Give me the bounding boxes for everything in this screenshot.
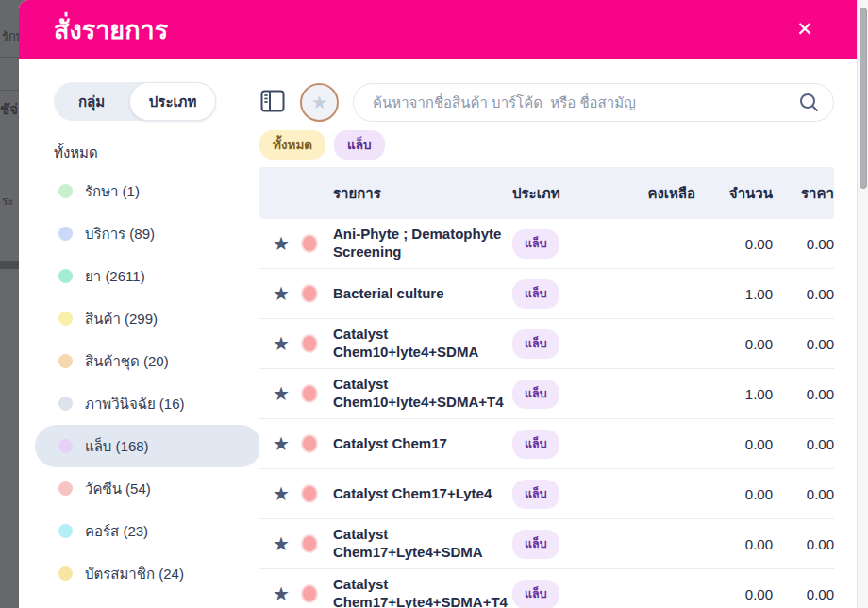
item-price: 0.00 — [773, 236, 834, 252]
item-qty: 0.00 — [695, 536, 773, 552]
item-price: 0.00 — [773, 436, 834, 452]
table-row[interactable]: ★ Catalyst Chem10+lyte4+SDMA+T4 แล็บ 1.0… — [259, 369, 834, 419]
col-header-qty: จำนวน — [695, 182, 773, 205]
items-panel: ★ ทั้งหมด แล็บ — [259, 82, 857, 608]
modal-body: กลุ่ม ประเภท ทั้งหมด รักษา (1) บริการ (8… — [19, 59, 857, 608]
item-type-badge: แล็บ — [512, 580, 559, 608]
table-row[interactable]: ★ Catalyst Chem10+lyte4+SDMA แล็บ 0.00 0… — [259, 319, 834, 369]
item-qty: 0.00 — [695, 236, 773, 252]
item-qty: 0.00 — [695, 436, 773, 452]
item-type-badge: แล็บ — [512, 480, 559, 509]
background-section-band — [0, 261, 19, 269]
item-price: 0.00 — [773, 536, 834, 552]
item-name: Catalyst Chem17 — [333, 435, 512, 453]
search-input[interactable] — [353, 83, 834, 122]
category-list-item[interactable]: บริการ (89) — [35, 212, 261, 255]
items-table: รายการ ประเภท คงเหลือ จำนวน ราคา ★ Ani-P… — [259, 167, 834, 608]
category-list-item[interactable]: รักษา (1) — [35, 170, 261, 212]
category-label: สินค้า (299) — [85, 308, 158, 330]
favorite-star-icon[interactable]: ★ — [259, 334, 303, 353]
modal-header: สั่งรายการ ✕ — [19, 0, 857, 59]
search-bar — [353, 83, 834, 122]
item-type-badge: แล็บ — [512, 530, 559, 559]
table-row[interactable]: ★ Bacterial culture แล็บ 1.00 0.00 — [259, 269, 834, 319]
sidebar-layout-icon — [259, 88, 286, 117]
favorite-star-icon[interactable]: ★ — [259, 584, 303, 603]
favorite-star-icon[interactable]: ★ — [259, 384, 303, 403]
category-label: ยา (2611) — [85, 265, 145, 288]
group-type-toggle: กลุ่ม ประเภท — [54, 82, 216, 121]
item-color-dot — [303, 336, 316, 351]
category-label: คอร์ส (23) — [85, 520, 148, 543]
table-row[interactable]: ★ Ani-Phyte ; Dematophyte Screening แล็บ… — [259, 219, 834, 269]
category-list: รักษา (1) บริการ (89) ยา (2611) สินค้า (… — [35, 170, 261, 595]
filter-chips: ทั้งหมด แล็บ — [259, 130, 834, 160]
vertical-scrollbar[interactable] — [857, 0, 868, 608]
favorite-star-icon[interactable]: ★ — [259, 434, 303, 453]
item-qty: 0.00 — [695, 586, 773, 602]
item-name: Catalyst Chem17+Lyte4 — [333, 485, 512, 503]
category-color-dot — [58, 184, 73, 198]
table-body: ★ Ani-Phyte ; Dematophyte Screening แล็บ… — [259, 219, 834, 608]
item-qty: 0.00 — [695, 486, 773, 502]
favorite-star-icon[interactable]: ★ — [259, 534, 303, 553]
category-color-dot — [58, 269, 73, 283]
category-color-dot — [58, 481, 73, 496]
item-price: 0.00 — [773, 386, 834, 402]
table-row[interactable]: ★ Catalyst Chem17+Lyte4 แล็บ 0.00 0.00 — [259, 469, 834, 519]
item-color-dot — [303, 486, 316, 501]
category-color-dot — [58, 439, 73, 453]
category-list-item[interactable]: วัคซีน (54) — [35, 467, 261, 510]
item-type-badge: แล็บ — [512, 229, 559, 259]
category-label: บริการ (89) — [85, 223, 155, 245]
filter-chip[interactable]: แล็บ — [334, 130, 385, 160]
search-icon[interactable] — [798, 92, 820, 117]
item-color-dot — [303, 586, 316, 601]
item-name: Catalyst Chem17+Lyte4+SDMA+T4 — [333, 576, 512, 608]
table-row[interactable]: ★ Catalyst Chem17 แล็บ 0.00 0.00 — [259, 419, 834, 469]
item-qty: 1.00 — [695, 286, 773, 302]
close-icon[interactable]: ✕ — [791, 15, 819, 43]
item-type-badge: แล็บ — [512, 380, 559, 409]
toggle-group-option[interactable]: กลุ่ม — [54, 82, 129, 121]
item-name: Bacterial culture — [333, 285, 512, 303]
item-price: 0.00 — [773, 586, 834, 602]
category-color-dot — [58, 524, 73, 538]
item-type-badge: แล็บ — [512, 279, 559, 309]
table-header-row: รายการ ประเภท คงเหลือ จำนวน ราคา — [259, 167, 834, 219]
item-name: Catalyst Chem10+lyte4+SDMA — [333, 326, 512, 362]
star-icon: ★ — [311, 92, 327, 113]
category-color-dot — [58, 397, 73, 411]
background-text-fragment: ชัจ่ — [0, 98, 18, 121]
background-divider — [0, 90, 19, 91]
col-header-remaining: คงเหลือ — [609, 182, 695, 205]
category-list-item[interactable]: สินค้าชุด (20) — [35, 340, 261, 382]
modal-title: สั่งรายการ — [54, 9, 168, 50]
scrollbar-thumb[interactable] — [860, 8, 867, 189]
item-color-dot — [303, 386, 316, 401]
category-label: วัคซีน (54) — [85, 478, 151, 500]
table-row[interactable]: ★ Catalyst Chem17+Lyte4+SDMA แล็บ 0.00 0… — [259, 519, 834, 569]
layout-view-button[interactable] — [259, 88, 286, 117]
background-text-fragment: ระ — [2, 192, 14, 210]
category-list-item[interactable]: บัตรสมาชิก (24) — [35, 552, 261, 595]
category-color-dot — [58, 312, 73, 326]
category-list-item[interactable]: ยา (2611) — [35, 255, 261, 297]
col-header-item: รายการ — [333, 182, 512, 205]
category-color-dot — [58, 227, 73, 241]
category-list-item[interactable]: สินค้า (299) — [35, 297, 261, 340]
favorite-star-icon[interactable]: ★ — [259, 284, 303, 303]
category-list-item[interactable]: ภาพวินิจฉัย (16) — [35, 382, 261, 425]
toggle-type-option[interactable]: ประเภท — [129, 82, 216, 121]
category-list-item[interactable]: แล็บ (168) — [35, 425, 261, 467]
item-color-dot — [303, 436, 316, 451]
table-row[interactable]: ★ Catalyst Chem17+Lyte4+SDMA+T4 แล็บ 0.0… — [259, 569, 834, 608]
category-list-item[interactable]: คอร์ส (23) — [35, 510, 261, 552]
favorite-star-icon[interactable]: ★ — [259, 234, 303, 253]
favorites-filter-button[interactable]: ★ — [300, 83, 339, 122]
category-label: บัตรสมาชิก (24) — [85, 563, 184, 585]
filter-chip[interactable]: ทั้งหมด — [259, 130, 326, 160]
toolbar: ★ — [259, 82, 834, 122]
category-all-item[interactable]: ทั้งหมด — [54, 142, 259, 164]
favorite-star-icon[interactable]: ★ — [259, 484, 303, 503]
